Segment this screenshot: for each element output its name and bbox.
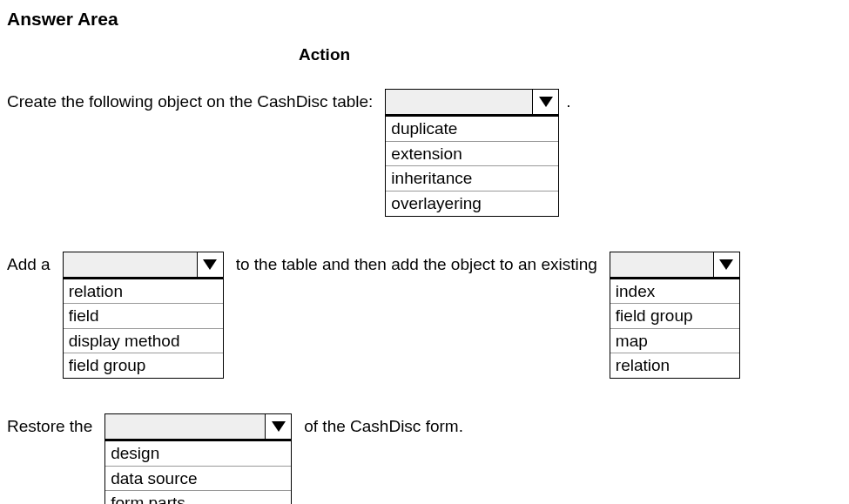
- dropdown-option[interactable]: data source: [105, 467, 291, 492]
- chevron-down-icon: [203, 259, 217, 270]
- row-restore-form: Restore the design data source form part…: [7, 413, 842, 504]
- dropdown-option[interactable]: form parts: [105, 491, 291, 504]
- dropdown-option[interactable]: field group: [610, 304, 739, 329]
- dropdown-add-item-options: relation field display method field grou…: [63, 278, 224, 380]
- chevron-down-icon: [719, 259, 733, 270]
- dropdown-option[interactable]: field group: [64, 353, 223, 378]
- dropdown-object-type-options: duplicate extension inheritance overlaye…: [385, 115, 559, 217]
- row-add-to-table: Add a relation field display method fiel…: [7, 252, 842, 380]
- dropdown-existing-target[interactable]: index field group map relation: [610, 252, 740, 380]
- chevron-down-icon: [539, 97, 553, 107]
- dropdown-object-type[interactable]: duplicate extension inheritance overlaye…: [385, 89, 559, 217]
- dropdown-add-item-value: [64, 252, 197, 277]
- dropdown-option[interactable]: display method: [64, 329, 223, 354]
- dropdown-existing-target-options: index field group map relation: [610, 278, 740, 380]
- row2-text-before: Add a: [7, 252, 51, 274]
- dropdown-object-type-value: [386, 90, 532, 114]
- row1-text-before: Create the following object on the CashD…: [7, 89, 373, 111]
- dropdown-existing-target-toggle[interactable]: [713, 252, 739, 277]
- dropdown-object-type-toggle[interactable]: [532, 90, 558, 114]
- dropdown-restore-target-toggle[interactable]: [265, 414, 291, 439]
- dropdown-option[interactable]: inheritance: [386, 166, 558, 192]
- dropdown-add-item[interactable]: relation field display method field grou…: [63, 252, 224, 380]
- dropdown-add-item-toggle[interactable]: [197, 252, 223, 277]
- answer-area-title: Answer Area: [7, 9, 842, 30]
- row-create-object: Create the following object on the CashD…: [7, 89, 842, 217]
- chevron-down-icon: [272, 421, 286, 432]
- dropdown-option[interactable]: index: [610, 279, 739, 305]
- dropdown-restore-target-options: design data source form parts form metho…: [104, 440, 292, 504]
- dropdown-restore-target[interactable]: design data source form parts form metho…: [104, 413, 292, 504]
- row3-text-after: of the CashDisc form.: [304, 413, 463, 436]
- dropdown-option[interactable]: design: [105, 441, 291, 467]
- dropdown-option[interactable]: relation: [64, 279, 223, 305]
- dropdown-option[interactable]: field: [64, 304, 223, 329]
- row2-text-mid: to the table and then add the object to …: [236, 252, 597, 274]
- dropdown-option[interactable]: duplicate: [386, 117, 558, 142]
- row1-text-after: .: [566, 89, 570, 111]
- dropdown-option[interactable]: map: [610, 329, 739, 354]
- dropdown-existing-target-value: [610, 252, 713, 277]
- row3-text-before: Restore the: [7, 413, 92, 436]
- dropdown-restore-target-value: [105, 414, 265, 439]
- dropdown-option[interactable]: relation: [610, 353, 739, 378]
- action-column-header: Action: [299, 45, 842, 64]
- dropdown-option[interactable]: extension: [386, 142, 558, 167]
- dropdown-option[interactable]: overlayering: [386, 192, 558, 216]
